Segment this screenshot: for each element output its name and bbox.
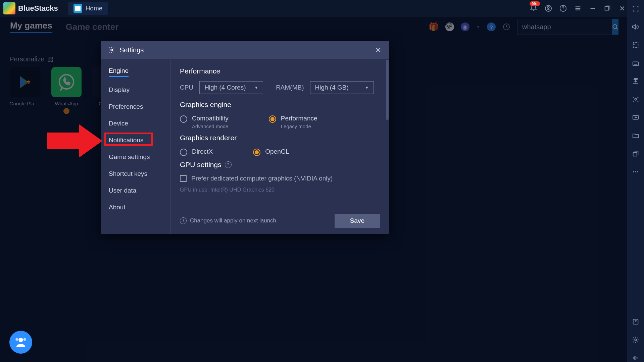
svg-point-11 bbox=[15, 338, 18, 341]
settings-nav-device[interactable]: Device bbox=[109, 120, 162, 127]
radio-opengl[interactable]: OpenGL bbox=[253, 148, 289, 156]
brand-name: BlueStacks bbox=[18, 4, 58, 13]
modal-title: Settings bbox=[119, 46, 144, 54]
volume-icon[interactable] bbox=[632, 23, 640, 31]
notifications-badge: 99+ bbox=[530, 1, 540, 6]
footer-info: i Changes will apply on next launch bbox=[180, 217, 276, 224]
settings-content: Performance CPU High (4 Cores) ▼ RAM(MB)… bbox=[170, 59, 389, 234]
settings-nav-about[interactable]: About bbox=[109, 204, 162, 211]
radio-icon bbox=[180, 149, 187, 156]
svg-point-10 bbox=[18, 338, 23, 342]
modal-body: Engine Display Preferences Device Notifi… bbox=[101, 59, 389, 234]
svg-text:APK: APK bbox=[634, 78, 637, 80]
tab-home[interactable]: Home bbox=[68, 2, 108, 15]
media-icon[interactable] bbox=[632, 113, 640, 121]
ram-dropdown[interactable]: High (4 GB) ▼ bbox=[310, 81, 374, 94]
svg-point-23 bbox=[635, 339, 637, 341]
contacts-fab[interactable] bbox=[9, 331, 32, 354]
svg-point-1 bbox=[547, 7, 549, 9]
annotation-arrow-icon bbox=[47, 124, 104, 158]
modal-close-button[interactable] bbox=[375, 46, 382, 54]
svg-rect-13 bbox=[633, 43, 638, 48]
settings-nav-shortcut-keys[interactable]: Shortcut keys bbox=[109, 170, 162, 177]
settings-nav-notifications[interactable]: Notifications bbox=[109, 137, 162, 144]
home-tab-label: Home bbox=[86, 5, 103, 12]
fullscreen-icon[interactable] bbox=[632, 5, 640, 13]
radio-directx[interactable]: DirectX bbox=[180, 148, 213, 156]
settings-nav-preferences[interactable]: Preferences bbox=[109, 103, 162, 110]
modal-footer: i Changes will apply on next launch Save bbox=[180, 214, 380, 228]
svg-point-21 bbox=[637, 171, 639, 172]
settings-sidebar: Engine Display Preferences Device Notifi… bbox=[101, 59, 170, 234]
brand-logo-icon bbox=[3, 2, 15, 14]
settings-nav-user-data[interactable]: User data bbox=[109, 187, 162, 194]
svg-rect-18 bbox=[633, 152, 637, 156]
chevron-down-icon: ▼ bbox=[254, 86, 258, 90]
gpu-help-icon[interactable]: ? bbox=[225, 161, 232, 168]
svg-point-24 bbox=[111, 49, 113, 51]
svg-point-16 bbox=[635, 98, 637, 100]
svg-point-20 bbox=[635, 171, 636, 172]
keyboard-icon[interactable] bbox=[632, 59, 640, 67]
radio-compatibility[interactable]: Compatibility Advanced mode bbox=[180, 115, 229, 129]
save-button[interactable]: Save bbox=[335, 214, 380, 228]
svg-rect-14 bbox=[633, 62, 639, 65]
radio-icon bbox=[253, 149, 260, 156]
more-icon[interactable] bbox=[632, 168, 640, 176]
titlebar-actions: 99+ bbox=[530, 4, 641, 13]
content-scrollbar[interactable] bbox=[386, 60, 389, 120]
brand: BlueStacks bbox=[0, 2, 61, 14]
help-icon[interactable] bbox=[559, 5, 567, 12]
maximize-icon[interactable] bbox=[604, 5, 611, 12]
checkbox-icon bbox=[180, 175, 187, 182]
settings-sidebar-icon[interactable] bbox=[632, 336, 640, 344]
gear-icon bbox=[108, 46, 115, 54]
folder-icon[interactable] bbox=[632, 132, 640, 140]
cpu-label: CPU bbox=[180, 84, 193, 91]
gpu-in-use: GPU in use: Intel(R) UHD Graphics 620 bbox=[180, 187, 380, 193]
ram-label: RAM(MB) bbox=[276, 84, 304, 91]
chevron-down-icon: ▼ bbox=[365, 86, 369, 90]
graphics-renderer-heading: Graphics renderer bbox=[180, 134, 380, 142]
radio-performance[interactable]: Performance Legacy mode bbox=[269, 115, 317, 129]
notifications-button[interactable]: 99+ bbox=[530, 4, 537, 13]
svg-point-12 bbox=[23, 338, 26, 341]
right-sidebar: APK bbox=[627, 0, 644, 362]
gpu-settings-heading: GPU settings ? bbox=[180, 161, 380, 169]
menu-icon[interactable] bbox=[574, 5, 582, 12]
settings-nav-display[interactable]: Display bbox=[109, 86, 162, 94]
cpu-dropdown[interactable]: High (4 Cores) ▼ bbox=[199, 81, 263, 94]
install-apk-icon[interactable]: APK bbox=[632, 77, 640, 85]
home-tab-icon bbox=[73, 4, 82, 13]
settings-nav-game-settings[interactable]: Game settings bbox=[109, 153, 162, 161]
svg-point-19 bbox=[633, 171, 634, 172]
graphics-engine-heading: Graphics engine bbox=[180, 101, 380, 109]
gpu-checkbox-row[interactable]: Prefer dedicated computer graphics (NVID… bbox=[180, 175, 380, 182]
settings-nav-engine[interactable]: Engine bbox=[109, 67, 129, 77]
radio-icon bbox=[180, 115, 187, 123]
contacts-icon bbox=[14, 335, 28, 349]
modal-header: Settings bbox=[101, 41, 389, 59]
help-sidebar-icon[interactable] bbox=[632, 318, 640, 326]
minimize-icon[interactable] bbox=[589, 5, 596, 12]
info-icon: i bbox=[180, 217, 187, 224]
screenshot-icon[interactable] bbox=[632, 95, 640, 103]
account-icon[interactable] bbox=[545, 5, 552, 12]
back-icon[interactable] bbox=[632, 354, 640, 362]
close-icon[interactable] bbox=[618, 5, 626, 12]
svg-rect-3 bbox=[605, 7, 609, 10]
titlebar: BlueStacks Home 99+ bbox=[0, 0, 644, 17]
settings-modal: Settings Engine Display Preferences Devi… bbox=[101, 41, 389, 234]
performance-heading: Performance bbox=[180, 67, 380, 75]
radio-icon bbox=[269, 115, 276, 123]
multi-instance-icon[interactable] bbox=[632, 150, 640, 158]
location-icon[interactable] bbox=[632, 41, 640, 49]
